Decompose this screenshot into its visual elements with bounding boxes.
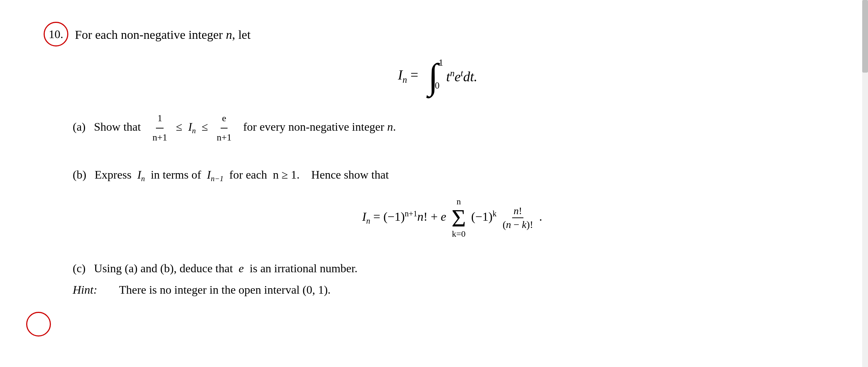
hence-text: Hence show that xyxy=(311,168,389,181)
problem-intro-text: For each non-negative integer n, let xyxy=(75,22,250,44)
formula-b-term1: (−1)n+1n! + e xyxy=(383,210,446,223)
express-text: Express xyxy=(95,168,131,181)
sigma-symbol: Σ xyxy=(451,208,466,229)
for-each-text: for each xyxy=(229,168,267,181)
part-a-period: . xyxy=(393,120,396,133)
parts-container: (a) Show that 1 n+1 ≤ In ≤ e n+1 for eve… xyxy=(73,110,832,297)
part-c-using: Using (a) and (b), deduce that xyxy=(94,262,233,275)
hint-interval: (0, 1). xyxy=(302,283,330,296)
frac-e-n1: e n+1 xyxy=(215,110,233,146)
formula-b-lhs: In xyxy=(362,210,370,223)
sum-frac-den: (n − k)! xyxy=(501,218,535,231)
hint-label: Hint: xyxy=(73,283,97,297)
part-b-In1: In−1 xyxy=(207,168,224,181)
frac-1-n1: 1 n+1 xyxy=(151,110,169,146)
sum-frac: n! (n − k)! xyxy=(501,205,535,231)
n-geq-text: n ≥ 1. xyxy=(273,168,300,181)
part-c-e: e xyxy=(239,262,244,275)
in-terms-text: in terms of xyxy=(151,168,201,181)
formula-equals: = xyxy=(410,67,422,82)
page-container: 10. For each non-negative integer n, let… xyxy=(0,0,868,337)
hint-text: There is no integer in the open interval… xyxy=(119,283,331,297)
for-every-text: for every non-negative integer xyxy=(243,120,384,133)
main-formula: In = ∫ 1 0 tnetdt. xyxy=(44,61,832,92)
formula-In: In xyxy=(398,67,407,82)
sum-frac-num: n! xyxy=(512,205,523,218)
part-c: (c) Using (a) and (b), deduce that e is … xyxy=(73,258,832,297)
hint-row: Hint: There is no integer in the open in… xyxy=(73,283,832,297)
frac2-num: e xyxy=(221,110,228,129)
integral-lower: 0 xyxy=(435,80,439,91)
intro-var-n: n xyxy=(226,28,232,41)
sum-lower: k=0 xyxy=(452,228,466,240)
sum-term: (−1)k xyxy=(471,210,497,223)
part-a-text: Show that 1 n+1 ≤ In ≤ e n+1 for every n… xyxy=(88,120,396,133)
frac2-den: n+1 xyxy=(215,129,233,146)
leq1: ≤ xyxy=(176,120,182,133)
part-c-irrational: is an irrational number. xyxy=(250,262,358,275)
scrollbar-thumb[interactable] xyxy=(862,0,868,73)
intro-text: For each non-negative integer xyxy=(75,28,223,41)
problem-number-circle: 10. xyxy=(44,22,68,46)
part-b-text: Express In in terms of In−1 for each n ≥… xyxy=(89,168,389,181)
integral-symbol-container: ∫ 1 0 xyxy=(428,61,438,92)
part-c-label: (c) xyxy=(73,262,86,275)
scrollbar[interactable] xyxy=(862,0,868,367)
part-a: (a) Show that 1 n+1 ≤ In ≤ e n+1 for eve… xyxy=(73,110,832,146)
frac1-num: 1 xyxy=(156,110,164,129)
problem-header: 10. For each non-negative integer n, let xyxy=(44,22,832,46)
part-b-formula: In = (−1)n+1n! + e n Σ k=0 (−1)k n! (n −… xyxy=(73,196,832,240)
integral-expr: ∫ 1 0 tnetdt. xyxy=(422,61,477,92)
part-a-label: (a) xyxy=(73,120,86,133)
part-b-In: In xyxy=(137,168,145,181)
part-b: (b) Express In in terms of In−1 for each… xyxy=(73,164,832,240)
frac1-den: n+1 xyxy=(151,129,169,146)
hint-main-text: There is no integer in the open interval xyxy=(119,283,300,296)
formula-b-period: . xyxy=(539,210,542,223)
part-b-label: (b) xyxy=(73,168,86,181)
summation-container: n Σ k=0 xyxy=(451,196,466,240)
part-a-var-n: n xyxy=(387,120,393,133)
bottom-circle-decoration xyxy=(26,312,51,337)
integral-upper: 1 xyxy=(439,57,443,68)
formula-b-eq: = xyxy=(373,210,383,223)
problem-number: 10. xyxy=(49,28,63,41)
intro-end: , let xyxy=(232,28,250,41)
integrand: tnetdt. xyxy=(446,68,478,85)
part-a-In: In xyxy=(188,120,196,133)
leq2: ≤ xyxy=(202,120,208,133)
show-that-text: Show that xyxy=(94,120,141,133)
part-c-text: Using (a) and (b), deduce that e is an i… xyxy=(88,262,358,275)
